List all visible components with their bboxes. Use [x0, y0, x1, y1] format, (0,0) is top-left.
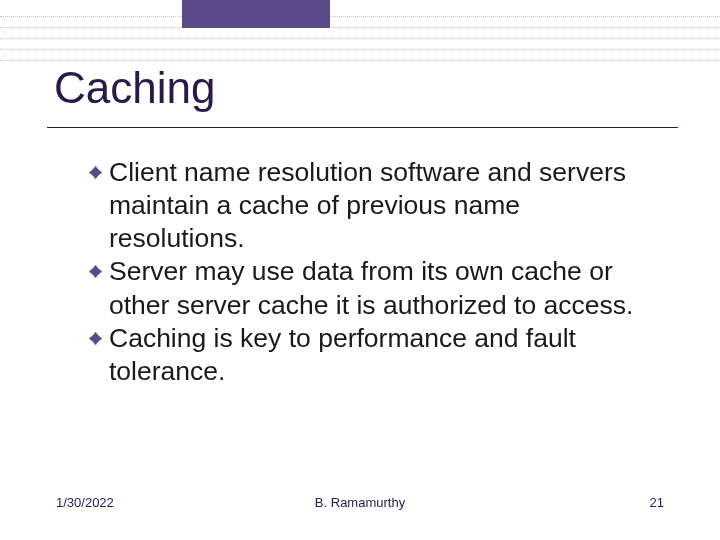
list-item: Caching is key to performance and fault … [88, 322, 660, 388]
list-item-text: Client name resolution software and serv… [109, 156, 660, 255]
diamond-bullet-icon [88, 264, 103, 279]
list-item: Client name resolution software and serv… [88, 156, 660, 255]
footer-author: B. Ramamurthy [56, 495, 664, 510]
list-item-text: Server may use data from its own cache o… [109, 255, 660, 321]
svg-rect-6 [89, 271, 91, 273]
svg-rect-0 [89, 166, 101, 178]
accent-bar [182, 0, 330, 28]
body-content: Client name resolution software and serv… [88, 156, 660, 388]
svg-rect-1 [89, 172, 91, 174]
diamond-bullet-icon [88, 331, 103, 346]
svg-rect-9 [95, 276, 97, 278]
svg-rect-11 [89, 337, 91, 339]
list-item-text: Caching is key to performance and fault … [109, 322, 660, 388]
svg-rect-3 [95, 166, 97, 168]
footer-page-number: 21 [650, 495, 664, 510]
title-underline [47, 127, 678, 128]
slide-title: Caching [54, 63, 215, 113]
list-item: Server may use data from its own cache o… [88, 255, 660, 321]
svg-rect-12 [100, 337, 102, 339]
footer-date: 1/30/2022 [56, 495, 114, 510]
svg-rect-8 [95, 266, 97, 268]
svg-rect-5 [89, 266, 101, 278]
slide-footer: 1/30/2022 B. Ramamurthy 21 [56, 495, 664, 510]
svg-rect-14 [95, 342, 97, 344]
svg-rect-7 [100, 271, 102, 273]
header-dotted-lines [0, 0, 720, 68]
diamond-bullet-icon [88, 165, 103, 180]
svg-rect-10 [89, 332, 101, 344]
svg-rect-4 [95, 177, 97, 179]
svg-rect-2 [100, 172, 102, 174]
svg-rect-13 [95, 332, 97, 334]
